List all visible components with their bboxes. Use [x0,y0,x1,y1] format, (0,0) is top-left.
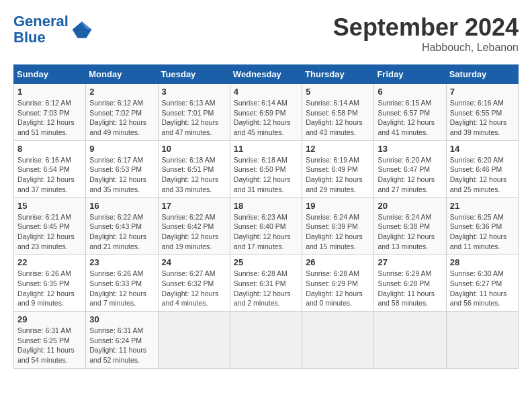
table-row: 9Sunrise: 6:17 AMSunset: 6:53 PMDaylight… [86,140,158,197]
table-row: 24Sunrise: 6:27 AMSunset: 6:32 PMDayligh… [158,255,230,312]
table-row: 4Sunrise: 6:14 AMSunset: 6:59 PMDaylight… [230,84,302,141]
day-info: Sunrise: 6:14 AMSunset: 6:58 PMDaylight:… [306,98,370,138]
table-row: 23Sunrise: 6:26 AMSunset: 6:33 PMDayligh… [86,255,158,312]
table-row: 27Sunrise: 6:29 AMSunset: 6:28 PMDayligh… [374,255,446,312]
day-info: Sunrise: 6:18 AMSunset: 6:50 PMDaylight:… [234,155,298,195]
col-tuesday: Tuesday [158,65,230,84]
day-number: 15 [17,201,82,211]
day-number: 11 [234,144,298,154]
svg-marker-0 [73,21,92,38]
calendar-week-row: 29Sunrise: 6:31 AMSunset: 6:25 PMDayligh… [14,312,519,369]
day-number: 7 [450,87,515,97]
col-monday: Monday [86,65,158,84]
table-row: 28Sunrise: 6:30 AMSunset: 6:27 PMDayligh… [446,255,518,312]
day-number: 6 [378,87,442,97]
day-number: 22 [17,257,82,267]
table-row: 19Sunrise: 6:24 AMSunset: 6:39 PMDayligh… [302,197,374,255]
table-row: 26Sunrise: 6:28 AMSunset: 6:29 PMDayligh… [302,255,374,312]
day-info: Sunrise: 6:29 AMSunset: 6:28 PMDaylight:… [378,269,442,308]
table-row: 6Sunrise: 6:15 AMSunset: 6:57 PMDaylight… [374,84,446,141]
day-number: 23 [89,257,154,267]
table-row: 2Sunrise: 6:12 AMSunset: 7:02 PMDaylight… [86,84,158,141]
table-row: 25Sunrise: 6:28 AMSunset: 6:31 PMDayligh… [230,255,302,312]
table-row: 13Sunrise: 6:20 AMSunset: 6:47 PMDayligh… [374,140,446,197]
table-row: 7Sunrise: 6:16 AMSunset: 6:55 PMDaylight… [446,84,518,141]
location-title: Habbouch, Lebanon [333,42,519,54]
day-info: Sunrise: 6:24 AMSunset: 6:39 PMDaylight:… [306,212,370,252]
table-row: 29Sunrise: 6:31 AMSunset: 6:25 PMDayligh… [14,312,86,369]
day-number: 3 [162,87,226,97]
day-number: 2 [89,87,154,97]
day-number: 21 [450,201,515,211]
day-number: 1 [17,87,82,97]
day-number: 30 [89,314,154,324]
day-number: 20 [378,201,442,211]
calendar-header-row: Sunday Monday Tuesday Wednesday Thursday… [14,65,519,84]
table-row: 8Sunrise: 6:16 AMSunset: 6:54 PMDaylight… [14,140,86,197]
col-friday: Friday [374,65,446,84]
day-info: Sunrise: 6:24 AMSunset: 6:38 PMDaylight:… [378,212,442,252]
calendar-week-row: 15Sunrise: 6:21 AMSunset: 6:45 PMDayligh… [14,197,519,255]
month-title: September 2024 [333,13,519,42]
day-info: Sunrise: 6:20 AMSunset: 6:47 PMDaylight:… [378,155,442,195]
table-row: 17Sunrise: 6:22 AMSunset: 6:42 PMDayligh… [158,197,230,255]
col-sunday: Sunday [14,65,86,84]
table-row: 11Sunrise: 6:18 AMSunset: 6:50 PMDayligh… [230,140,302,197]
day-number: 26 [306,257,370,267]
table-row: 10Sunrise: 6:18 AMSunset: 6:51 PMDayligh… [158,140,230,197]
table-row: 21Sunrise: 6:25 AMSunset: 6:36 PMDayligh… [446,197,518,255]
table-row [158,312,230,369]
table-row [302,312,374,369]
col-saturday: Saturday [446,65,518,84]
day-number: 29 [17,314,82,324]
day-number: 4 [234,87,298,97]
table-row: 22Sunrise: 6:26 AMSunset: 6:35 PMDayligh… [14,255,86,312]
day-info: Sunrise: 6:25 AMSunset: 6:36 PMDaylight:… [450,212,515,252]
calendar-week-row: 8Sunrise: 6:16 AMSunset: 6:54 PMDaylight… [14,140,519,197]
day-number: 12 [306,144,370,154]
table-row: 20Sunrise: 6:24 AMSunset: 6:38 PMDayligh… [374,197,446,255]
logo: GeneralBlue [13,13,93,46]
day-info: Sunrise: 6:12 AMSunset: 7:02 PMDaylight:… [89,98,154,138]
page-header: GeneralBlue September 2024 Habbouch, Leb… [13,13,519,54]
day-info: Sunrise: 6:16 AMSunset: 6:55 PMDaylight:… [450,98,515,138]
day-number: 14 [450,144,515,154]
day-info: Sunrise: 6:22 AMSunset: 6:42 PMDaylight:… [162,212,226,252]
day-info: Sunrise: 6:16 AMSunset: 6:54 PMDaylight:… [17,155,82,195]
day-info: Sunrise: 6:14 AMSunset: 6:59 PMDaylight:… [234,98,298,138]
day-info: Sunrise: 6:28 AMSunset: 6:31 PMDaylight:… [234,269,298,308]
table-row: 18Sunrise: 6:23 AMSunset: 6:40 PMDayligh… [230,197,302,255]
day-info: Sunrise: 6:15 AMSunset: 6:57 PMDaylight:… [378,98,442,138]
calendar-week-row: 22Sunrise: 6:26 AMSunset: 6:35 PMDayligh… [14,255,519,312]
col-thursday: Thursday [302,65,374,84]
table-row: 15Sunrise: 6:21 AMSunset: 6:45 PMDayligh… [14,197,86,255]
logo-icon [71,19,93,40]
day-info: Sunrise: 6:31 AMSunset: 6:24 PMDaylight:… [89,326,154,365]
day-number: 5 [306,87,370,97]
day-number: 17 [162,201,226,211]
day-info: Sunrise: 6:26 AMSunset: 6:33 PMDaylight:… [89,269,154,308]
day-info: Sunrise: 6:18 AMSunset: 6:51 PMDaylight:… [162,155,226,195]
table-row [230,312,302,369]
day-number: 18 [234,201,298,211]
day-info: Sunrise: 6:13 AMSunset: 7:01 PMDaylight:… [162,98,226,138]
day-info: Sunrise: 6:26 AMSunset: 6:35 PMDaylight:… [17,269,82,308]
day-info: Sunrise: 6:31 AMSunset: 6:25 PMDaylight:… [17,326,82,365]
calendar-week-row: 1Sunrise: 6:12 AMSunset: 7:03 PMDaylight… [14,84,519,141]
day-number: 25 [234,257,298,267]
day-info: Sunrise: 6:17 AMSunset: 6:53 PMDaylight:… [89,155,154,195]
day-info: Sunrise: 6:28 AMSunset: 6:29 PMDaylight:… [306,269,370,308]
table-row [446,312,518,369]
table-row: 16Sunrise: 6:22 AMSunset: 6:43 PMDayligh… [86,197,158,255]
day-number: 27 [378,257,442,267]
day-number: 13 [378,144,442,154]
day-info: Sunrise: 6:23 AMSunset: 6:40 PMDaylight:… [234,212,298,252]
table-row: 14Sunrise: 6:20 AMSunset: 6:46 PMDayligh… [446,140,518,197]
day-number: 9 [89,144,154,154]
table-row: 3Sunrise: 6:13 AMSunset: 7:01 PMDaylight… [158,84,230,141]
table-row: 5Sunrise: 6:14 AMSunset: 6:58 PMDaylight… [302,84,374,141]
table-row: 12Sunrise: 6:19 AMSunset: 6:49 PMDayligh… [302,140,374,197]
day-number: 24 [162,257,226,267]
calendar-table: Sunday Monday Tuesday Wednesday Thursday… [13,64,519,369]
day-number: 19 [306,201,370,211]
